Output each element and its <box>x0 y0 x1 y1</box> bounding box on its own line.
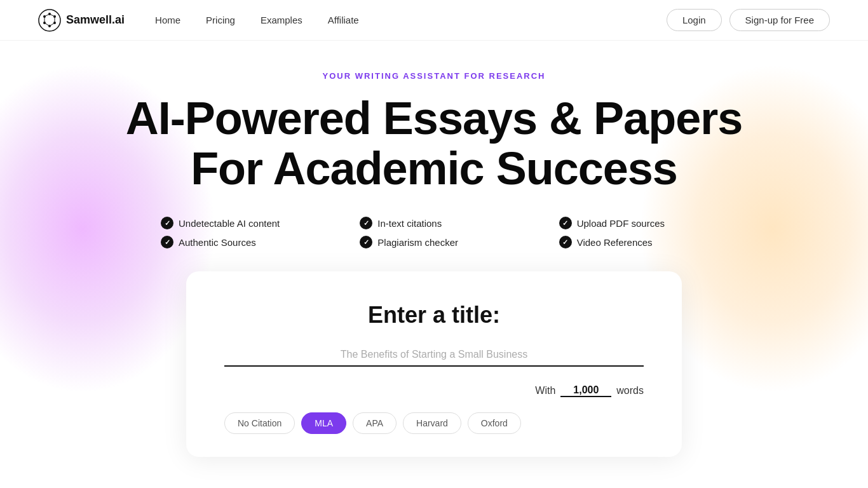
nav-links: Home Pricing Examples Affiliate <box>155 15 359 25</box>
navbar-right: Login Sign-up for Free <box>667 9 830 31</box>
main-content: YOUR WRITING ASSISTANT FOR RESEARCH AI-P… <box>0 41 868 457</box>
card-title: Enter a title: <box>368 302 500 329</box>
check-icon-1 <box>360 217 372 229</box>
check-icon-2 <box>559 217 572 229</box>
nav-affiliate[interactable]: Affiliate <box>328 15 359 25</box>
feature-label-5: Video References <box>577 237 653 248</box>
citation-mla[interactable]: MLA <box>301 412 346 434</box>
tagline: YOUR WRITING ASSISTANT FOR RESEARCH <box>323 71 546 81</box>
words-input[interactable] <box>560 384 611 397</box>
citation-row: No Citation MLA APA Harvard Oxford <box>224 412 521 434</box>
headline-line1: AI-Powered Essays & Papers <box>126 93 742 144</box>
nav-pricing[interactable]: Pricing <box>206 15 235 25</box>
navbar-left: Samwell.ai Home Pricing Examples Affilia… <box>38 9 359 32</box>
words-label-post: words <box>616 385 644 396</box>
citation-apa[interactable]: APA <box>353 412 397 434</box>
words-row: With words <box>535 384 644 397</box>
feature-item-2: Upload PDF sources <box>559 217 707 229</box>
feature-label-4: Plagiarism checker <box>377 237 458 248</box>
feature-label-3: Authentic Sources <box>179 237 256 248</box>
feature-label-0: Undetectable AI content <box>179 218 280 229</box>
check-icon-5 <box>559 236 572 248</box>
features-grid: Undetectable AI content In-text citation… <box>161 217 707 248</box>
citation-harvard[interactable]: Harvard <box>403 412 461 434</box>
nav-examples[interactable]: Examples <box>261 15 302 25</box>
check-icon-4 <box>360 236 372 248</box>
signup-button[interactable]: Sign-up for Free <box>729 9 830 31</box>
login-button[interactable]: Login <box>667 9 722 31</box>
title-input-wrapper <box>224 349 644 367</box>
logo-link[interactable]: Samwell.ai <box>38 9 125 32</box>
logo-icon <box>38 9 61 32</box>
check-icon-0 <box>161 217 173 229</box>
feature-label-2: Upload PDF sources <box>577 218 665 229</box>
feature-item-1: In-text citations <box>360 217 508 229</box>
citation-oxford[interactable]: Oxford <box>468 412 521 434</box>
nav-home[interactable]: Home <box>155 15 180 25</box>
title-input[interactable] <box>224 349 644 360</box>
words-label-pre: With <box>535 385 555 396</box>
check-icon-3 <box>161 236 173 248</box>
feature-item-3: Authentic Sources <box>161 236 309 248</box>
feature-label-1: In-text citations <box>377 218 442 229</box>
essay-card: Enter a title: With words No Citation ML… <box>186 271 682 457</box>
headline-line2: For Academic Success <box>191 143 677 194</box>
feature-item-4: Plagiarism checker <box>360 236 508 248</box>
logo-text: Samwell.ai <box>66 13 125 27</box>
navbar: Samwell.ai Home Pricing Examples Affilia… <box>0 0 868 41</box>
headline: AI-Powered Essays & Papers For Academic … <box>126 93 742 194</box>
feature-item-0: Undetectable AI content <box>161 217 309 229</box>
citation-no-citation[interactable]: No Citation <box>224 412 295 434</box>
feature-item-5: Video References <box>559 236 707 248</box>
